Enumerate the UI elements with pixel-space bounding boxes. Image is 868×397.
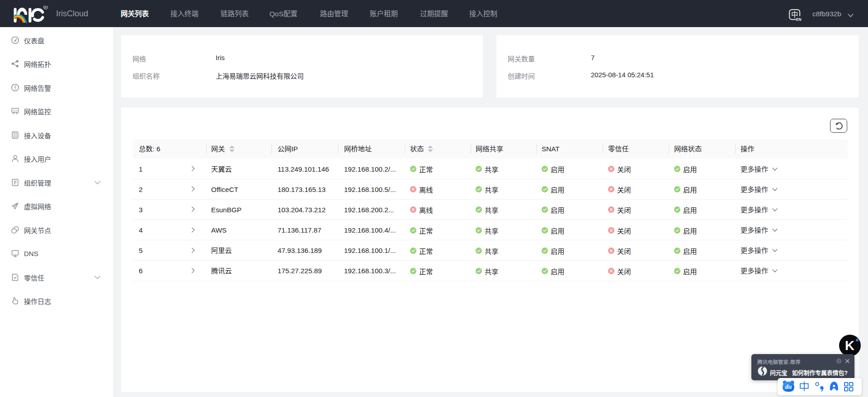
svg-text:EN: EN xyxy=(796,17,802,21)
svg-text:du: du xyxy=(785,383,792,390)
